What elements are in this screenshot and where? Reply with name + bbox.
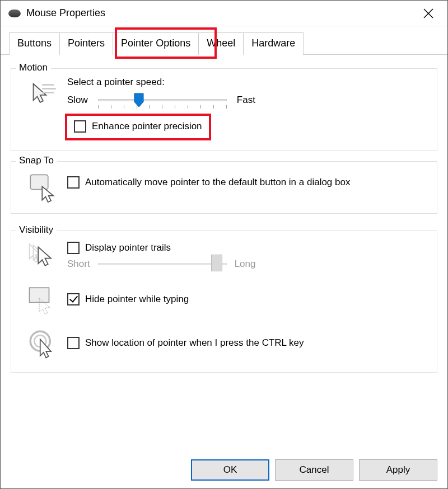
snap-to-checkbox[interactable] <box>67 176 80 189</box>
ctrl-locate-label: Show location of pointer when I press th… <box>85 337 304 349</box>
dialog-footer: OK Cancel Apply <box>191 459 437 481</box>
pointer-speed-label: Select a pointer speed: <box>67 77 429 88</box>
pointer-speed-icon <box>27 79 59 110</box>
enhance-precision-label: Enhance pointer precision <box>92 120 202 133</box>
window-title: Mouse Properties <box>26 7 105 19</box>
group-visibility: Visibility <box>11 231 437 373</box>
snap-to-icon <box>27 172 59 203</box>
pointer-trails-slider <box>98 261 227 267</box>
trails-short-label: Short <box>67 258 90 270</box>
pointer-speed-slider[interactable] <box>98 97 227 103</box>
group-motion-legend: Motion <box>16 62 51 73</box>
snap-to-label: Automatically move pointer to the defaul… <box>85 176 350 189</box>
group-motion: Motion Select a pointe <box>11 68 437 151</box>
ok-button[interactable]: OK <box>191 459 269 481</box>
tab-content: Motion Select a pointe <box>1 55 447 377</box>
cancel-button[interactable]: Cancel <box>275 459 353 481</box>
pointer-trails-thumb <box>211 255 222 271</box>
group-snap-to: Snap To Automatically move pointer to th… <box>11 161 437 214</box>
annotation-highlight-enhance: Enhance pointer precision <box>65 114 211 140</box>
tab-hardware[interactable]: Hardware <box>243 32 304 55</box>
pointer-trails-checkbox[interactable] <box>67 242 80 254</box>
tab-pointers[interactable]: Pointers <box>59 32 113 55</box>
hide-while-typing-checkbox[interactable] <box>67 293 80 305</box>
close-button[interactable] <box>417 2 440 25</box>
fast-label: Fast <box>237 95 255 106</box>
close-icon <box>423 8 433 18</box>
hide-while-typing-label: Hide pointer while typing <box>85 293 189 305</box>
pointer-speed-thumb[interactable] <box>134 93 144 107</box>
ctrl-locate-checkbox[interactable] <box>67 337 80 349</box>
hide-while-typing-icon <box>27 285 59 316</box>
mouse-properties-window: Mouse Properties Buttons Pointers Pointe… <box>0 0 448 489</box>
group-snap-to-legend: Snap To <box>16 155 57 166</box>
tab-buttons[interactable]: Buttons <box>9 32 60 55</box>
svg-rect-6 <box>30 288 49 302</box>
tabs-bar: Buttons Pointers Pointer Options Wheel H… <box>1 32 447 55</box>
tab-wheel[interactable]: Wheel <box>198 32 244 55</box>
group-visibility-legend: Visibility <box>16 224 57 236</box>
apply-button[interactable]: Apply <box>359 459 437 481</box>
enhance-precision-checkbox[interactable] <box>74 120 86 133</box>
titlebar: Mouse Properties <box>1 1 447 26</box>
slow-label: Slow <box>67 95 88 106</box>
tab-pointer-options[interactable]: Pointer Options <box>113 32 199 55</box>
ctrl-locate-icon <box>27 328 59 360</box>
svg-rect-5 <box>30 175 48 189</box>
pointer-trails-label: Display pointer trails <box>85 242 171 254</box>
mouse-icon <box>8 10 21 17</box>
pointer-trails-icon <box>27 241 59 272</box>
trails-long-label: Long <box>235 258 256 270</box>
